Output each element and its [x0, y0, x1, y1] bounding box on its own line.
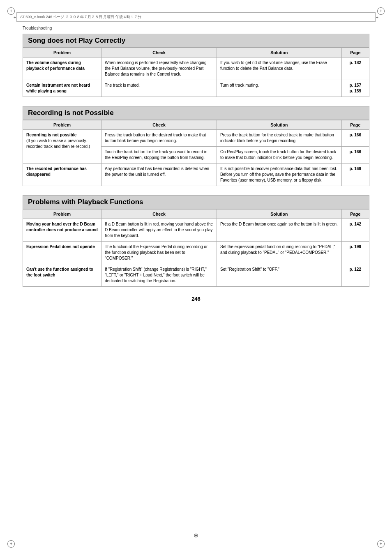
page-number: 246: [23, 296, 369, 302]
section-heading-problems-with-playback-functions: Problems with Playback Functions: [23, 195, 369, 209]
col-header: Solution: [217, 48, 341, 58]
page-cell: p. 157p. 159: [341, 80, 369, 97]
check-cell: If "Registration Shift" (change Registra…: [101, 264, 217, 287]
bottom-crosshair: ⊕: [194, 532, 198, 539]
col-header: Page: [341, 120, 369, 130]
problem-cell: Can't use the function assigned to the f…: [23, 264, 101, 287]
check-cell: The track is muted.: [101, 80, 217, 97]
table-row: Can't use the function assigned to the f…: [23, 264, 369, 287]
corner-mark-bl: [7, 540, 15, 548]
problem-cell: The volume changes during playback of pe…: [23, 58, 101, 80]
section-problems-with-playback-functions: Problems with Playback FunctionsProblemC…: [23, 195, 369, 287]
solution-cell: Set the expression pedal function during…: [217, 242, 341, 264]
col-header: Page: [341, 48, 369, 58]
page-cell: p. 142: [341, 219, 369, 242]
header-bar: AT-500_e.book 246 ページ ２００８年７月２８日 月曜日 午後４…: [16, 12, 376, 22]
solution-cell: It is not possible to recover performanc…: [217, 164, 341, 186]
table-song-does-not-play-correctly: ProblemCheckSolutionPageThe volume chang…: [23, 48, 369, 97]
table-row: Recording is not possible(If you wish to…: [23, 130, 369, 147]
breadcrumb: Troubleshooting: [23, 26, 369, 30]
col-header: Page: [341, 210, 369, 219]
problem-cell: The recorded performance has disappeared: [23, 164, 101, 186]
table-row: The recorded performance has disappeared…: [23, 164, 369, 186]
solution-cell: Press the D Beam button once again so th…: [217, 219, 341, 242]
col-header: Check: [101, 210, 217, 219]
check-cell: Press the track button for the desired t…: [101, 130, 217, 147]
header-text: AT-500_e.book 246 ページ ２００８年７月２８日 月曜日 午後４…: [20, 14, 141, 20]
col-header: Solution: [217, 210, 341, 219]
table-row: Moving your hand over the D Beam control…: [23, 219, 369, 242]
check-cell: Touch the track button for the track you…: [101, 147, 217, 164]
check-cell: The function of the Expression Pedal dur…: [101, 242, 217, 264]
section-recording-is-not-possible: Recording is not PossibleProblemCheckSol…: [23, 106, 369, 186]
page-cell: p. 169: [341, 164, 369, 186]
problem-cell: Moving your hand over the D Beam control…: [23, 219, 101, 242]
corner-mark-tr: [377, 7, 385, 15]
col-header: Check: [101, 120, 217, 130]
corner-mark-br: [377, 540, 385, 548]
check-cell: If a D Beam button is lit in red, moving…: [101, 219, 217, 242]
col-header: Solution: [217, 120, 341, 130]
check-cell: When recording is performed repeatedly w…: [101, 58, 217, 80]
page-cell: p. 166: [341, 147, 369, 164]
solution-cell: Set "Registration Shift" to "OFF.": [217, 264, 341, 287]
check-cell: Any performance that has been recorded i…: [101, 164, 217, 186]
col-header: Problem: [23, 48, 101, 58]
section-song-does-not-play-correctly: Song does not Play CorrectlyProblemCheck…: [23, 34, 369, 97]
section-heading-song-does-not-play-correctly: Song does not Play Correctly: [23, 34, 369, 48]
page-cell: p. 182: [341, 58, 369, 80]
table-row: Certain instrument are not heard while p…: [23, 80, 369, 97]
col-header: Problem: [23, 120, 101, 130]
solution-cell: Press the track button for the desired t…: [217, 130, 341, 147]
page-cell: p. 166: [341, 130, 369, 147]
corner-mark-tl: [7, 7, 15, 15]
problem-cell: Expression Pedal does not operate: [23, 242, 101, 264]
table-recording-is-not-possible: ProblemCheckSolutionPageRecording is not…: [23, 120, 369, 186]
page-cell: p. 199: [341, 242, 369, 264]
solution-cell: Turn off track muting.: [217, 80, 341, 97]
problem-cell: Recording is not possible(If you wish to…: [23, 130, 101, 164]
page-content: Troubleshooting Song does not Play Corre…: [23, 26, 369, 302]
table-row: Expression Pedal does not operateThe fun…: [23, 242, 369, 264]
page-cell: p. 122: [341, 264, 369, 287]
sections-container: Song does not Play CorrectlyProblemCheck…: [23, 34, 369, 287]
col-header: Check: [101, 48, 217, 58]
section-heading-recording-is-not-possible: Recording is not Possible: [23, 106, 369, 120]
solution-cell: If you wish to get rid of the volume cha…: [217, 58, 341, 80]
table-row: The volume changes during playback of pe…: [23, 58, 369, 80]
col-header: Problem: [23, 210, 101, 219]
table-problems-with-playback-functions: ProblemCheckSolutionPageMoving your hand…: [23, 209, 369, 287]
problem-cell: Certain instrument are not heard while p…: [23, 80, 101, 97]
solution-cell: On Rec/Play screen, touch the track butt…: [217, 147, 341, 164]
